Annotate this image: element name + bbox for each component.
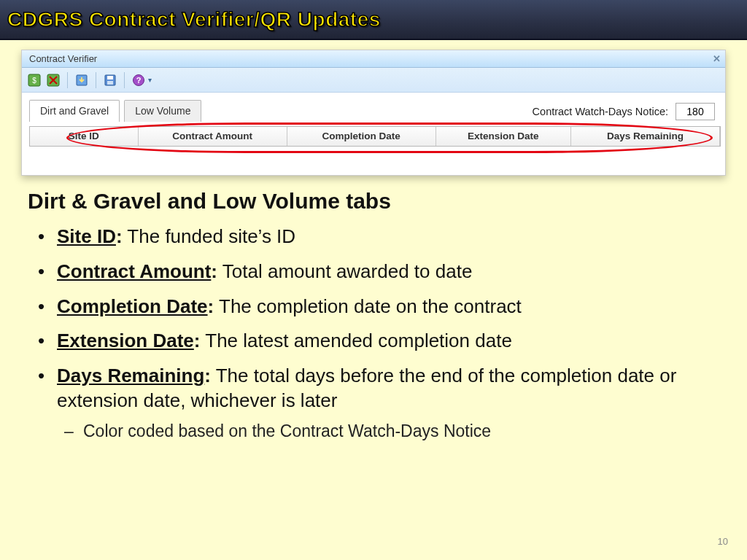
toolbar-separator (124, 72, 125, 88)
slide-content: Dirt & Gravel and Low Volume tabs Site I… (28, 189, 719, 443)
tab-low-volume[interactable]: Low Volume (124, 100, 201, 122)
col-contract-amount[interactable]: Contract Amount (139, 127, 287, 146)
tab-dirt-and-gravel[interactable]: Dirt and Gravel (29, 100, 120, 122)
excel-export-icon[interactable]: $ (26, 72, 42, 88)
toolbar-separator (96, 72, 96, 88)
slide-title: CDGRS Contract Verifier/QR Updates (7, 8, 381, 31)
col-days-remaining[interactable]: Days Remaining (571, 127, 720, 146)
col-completion-date[interactable]: Completion Date (287, 127, 436, 146)
window-title-bar: Contract Verifier ✕ (22, 50, 725, 68)
toolbar-separator (67, 72, 68, 88)
bullet-site-id: Site ID: The funded site’s ID (28, 225, 719, 249)
help-icon[interactable]: ? (131, 72, 147, 88)
close-icon[interactable]: ✕ (713, 53, 721, 64)
window-title: Contract Verifier (29, 53, 97, 64)
grid-header: Site ID Contract Amount Completion Date … (29, 126, 721, 147)
bullet-days-remaining: Days Remaining: The total days before th… (28, 364, 719, 442)
help-dropdown[interactable]: ? ▾ (131, 72, 152, 88)
svg-text:$: $ (32, 77, 36, 85)
watch-days-label: Contract Watch-Days Notice: (533, 106, 668, 117)
data-export-icon[interactable] (74, 72, 90, 88)
svg-rect-8 (107, 81, 113, 85)
bullet-extension-date: Extension Date: The latest amended compl… (28, 329, 719, 354)
bullet-contract-amount: Contract Amount: Total amount awarded to… (28, 260, 719, 284)
watch-days-input[interactable] (676, 103, 715, 120)
chevron-down-icon: ▾ (148, 76, 152, 84)
save-icon[interactable] (102, 72, 118, 88)
watch-days-group: Contract Watch-Days Notice: (533, 103, 721, 120)
content-heading: Dirt & Gravel and Low Volume tabs (28, 189, 719, 214)
svg-text:?: ? (136, 76, 142, 85)
col-extension-date[interactable]: Extension Date (436, 127, 572, 146)
sub-bullet-color-coding: Color coded based on the Contract Watch-… (57, 421, 719, 443)
bullet-completion-date: Completion Date: The completion date on … (28, 295, 719, 319)
col-site-id[interactable]: Site ID (30, 127, 139, 146)
toolbar: $ ? ▾ (22, 68, 725, 93)
excel-delete-icon[interactable] (45, 72, 61, 88)
contract-verifier-window: Contract Verifier ✕ $ ? ▾ Dirt and Grave… (21, 50, 726, 176)
bullet-list: Site ID: The funded site’s ID Contract A… (28, 225, 719, 443)
svg-rect-7 (107, 76, 113, 79)
work-area: Dirt and Gravel Low Volume Contract Watc… (22, 93, 725, 147)
slide-title-bar: CDGRS Contract Verifier/QR Updates (0, 0, 747, 40)
page-number: 10 (718, 536, 728, 547)
